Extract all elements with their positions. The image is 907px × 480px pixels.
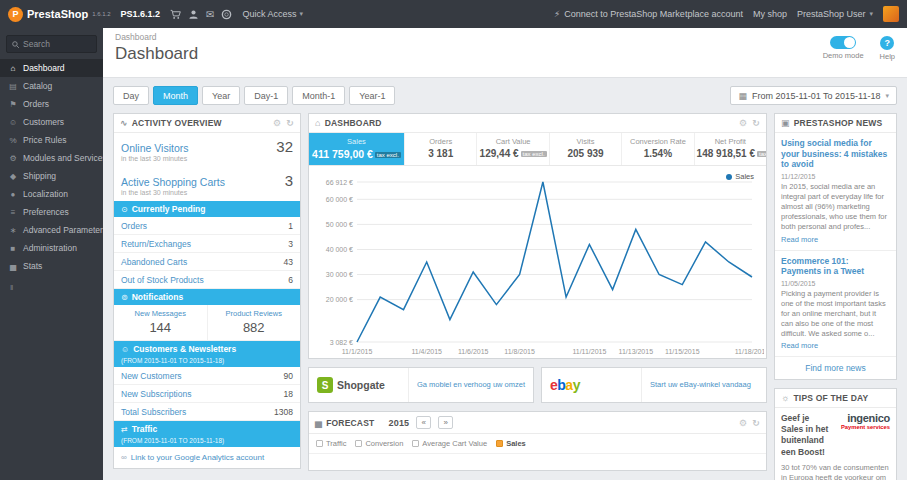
forecast-legend-average-cart-value[interactable]: Average Cart Value <box>412 439 487 448</box>
kpi-visits[interactable]: Visits 205 939 <box>549 133 621 165</box>
forecast-year[interactable]: 2015 <box>388 418 409 428</box>
sidebar-item-dashboard[interactable]: ⌂Dashboard <box>0 59 103 77</box>
sidebar-collapse-button[interactable]: ‖ <box>0 283 103 292</box>
support-icon[interactable] <box>221 9 232 20</box>
ebay-promo[interactable]: ebay Start uw eBay-winkel vandaag <box>541 367 767 403</box>
user-menu[interactable]: PrestaShop User ▾ <box>797 9 873 19</box>
dashboard-panel-title: DASHBOARD <box>325 118 382 128</box>
panel-settings-icon[interactable]: ⚙ <box>739 418 747 428</box>
tips-top: Geef je Sales in het buitenland een Boos… <box>775 408 896 460</box>
caret-down-icon: ▾ <box>299 10 303 18</box>
panel-settings-icon[interactable]: ⚙ <box>739 118 747 128</box>
active-carts-value: 3 <box>285 172 293 189</box>
sidebar-item-price-rules[interactable]: %Price Rules <box>0 131 103 149</box>
sidebar-item-shipping[interactable]: ◆Shipping <box>0 167 103 185</box>
forecast-legend: Traffic Conversion Average Cart Value Sa… <box>309 434 766 454</box>
find-more-news-link[interactable]: Find more news <box>775 357 896 379</box>
panel-refresh-icon[interactable]: ↻ <box>286 118 294 128</box>
sidebar-item-preferences[interactable]: ≡Preferences <box>0 203 103 221</box>
shop-name-link[interactable]: PS1.6.1.2 <box>121 9 161 19</box>
panel-refresh-icon[interactable]: ↻ <box>752 418 760 428</box>
currently-pending-title: Currently Pending <box>132 204 206 214</box>
panel-settings-icon[interactable]: ⚙ <box>273 118 281 128</box>
out-of-stock-link[interactable]: Out of Stock Products <box>121 275 204 285</box>
new-messages-link[interactable]: New Messages <box>116 309 205 318</box>
search-input[interactable] <box>23 39 92 49</box>
quick-access-menu[interactable]: Quick Access ▾ <box>242 9 303 19</box>
sidebar-item-catalog[interactable]: ▤Catalog <box>0 77 103 95</box>
pending-returns-link[interactable]: Return/Exchanges <box>121 239 191 249</box>
filter-year-1-button[interactable]: Year-1 <box>349 86 395 105</box>
filter-day-button[interactable]: Day <box>113 86 149 105</box>
filter-day-1-button[interactable]: Day-1 <box>244 86 288 105</box>
date-range-picker[interactable]: ▦ From 2015-11-01 To 2015-11-18 ▾ <box>730 86 897 105</box>
dashboard-panel: ⌂ DASHBOARD ⚙↻ Sales 411 759,00 €tax exc… <box>308 113 767 359</box>
sidebar-item-orders[interactable]: ⚑Orders <box>0 95 103 113</box>
new-customers-link[interactable]: New Customers <box>121 371 181 381</box>
filter-month-button[interactable]: Month <box>153 86 198 105</box>
kpi-orders[interactable]: Orders 3 181 <box>404 133 476 165</box>
next-year-button[interactable]: » <box>438 416 453 429</box>
product-reviews-cell[interactable]: Product Reviews 882 <box>208 305 301 340</box>
tips-headline: Geef je Sales in het buitenland een Boos… <box>781 413 830 457</box>
kpi-label: Orders <box>407 137 474 146</box>
news-article-title[interactable]: Ecommerce 101: Payments in a Tweet <box>781 256 890 277</box>
plug-icon: ⚡ <box>554 9 560 19</box>
online-visitors-link[interactable]: Online Visitors <box>121 142 189 154</box>
filter-year-button[interactable]: Year <box>202 86 240 105</box>
read-more-link[interactable]: Read more <box>781 341 818 350</box>
forecast-legend-traffic[interactable]: Traffic <box>316 439 346 448</box>
breadcrumb[interactable]: Dashboard <box>115 32 198 42</box>
topbar: P PrestaShop 1.6.1.2 PS1.6.1.2 ✉ Quick A… <box>0 0 907 28</box>
kpi-net-profit[interactable]: Net Profit 148 918,51 €tax excl. <box>694 133 766 165</box>
bell-icon: ⊚ <box>121 293 128 302</box>
my-shop-link[interactable]: My shop <box>753 9 787 19</box>
product-reviews-link[interactable]: Product Reviews <box>210 309 299 318</box>
new-messages-cell[interactable]: New Messages 144 <box>114 305 208 340</box>
marketplace-connect-link[interactable]: ⚡ Connect to PrestaShop Marketplace acco… <box>554 9 743 19</box>
cart-icon[interactable] <box>170 9 181 20</box>
new-subscriptions-link[interactable]: New Subscriptions <box>121 389 191 399</box>
sidebar-item-modules[interactable]: ⚙Modules and Services <box>0 149 103 167</box>
active-carts-link[interactable]: Active Shopping Carts <box>121 176 225 188</box>
sidebar-item-advanced-parameters[interactable]: ∗Advanced Parameters <box>0 221 103 239</box>
ebay-promo-link[interactable]: Start uw eBay-winkel vandaag <box>650 380 751 389</box>
news-article: Using social media for your business: 4 … <box>775 133 896 251</box>
ebay-brand: ebay <box>550 368 642 402</box>
prestashop-logo[interactable]: P PrestaShop 1.6.1.2 <box>8 7 111 22</box>
svg-text:3 082 €: 3 082 € <box>330 339 353 346</box>
kpi-sales[interactable]: Sales 411 759,00 €tax excl. <box>309 133 404 165</box>
sidebar-search[interactable] <box>6 35 97 53</box>
sidebar-item-stats[interactable]: ▅Stats <box>0 257 103 275</box>
customer-icon[interactable] <box>188 9 199 20</box>
filter-month-1-button[interactable]: Month-1 <box>292 86 345 105</box>
abandoned-carts-link[interactable]: Abandoned Carts <box>121 257 187 267</box>
sidebar-item-administration[interactable]: ■Administration <box>0 239 103 257</box>
demo-mode-toggle[interactable] <box>830 36 856 49</box>
active-carts-sub: in the last 30 minutes <box>114 189 300 201</box>
help-icon[interactable]: ? <box>880 36 894 50</box>
news-article-title[interactable]: Using social media for your business: 4 … <box>781 138 890 170</box>
shopgate-promo-link[interactable]: Ga mobiel en verhoog uw omzet <box>417 380 525 389</box>
shopgate-promo[interactable]: S Shopgate Ga mobiel en verhoog uw omzet <box>308 367 534 403</box>
previous-year-button[interactable]: « <box>416 416 431 429</box>
forecast-legend-sales[interactable]: Sales <box>496 439 526 448</box>
pending-orders-link[interactable]: Orders <box>121 221 147 231</box>
main-area: Dashboard Dashboard Demo mode ? Help Day… <box>103 28 907 480</box>
tax-note: tax excl. <box>375 152 401 158</box>
total-subscribers-link[interactable]: Total Subscribers <box>121 407 186 417</box>
avatar[interactable] <box>883 6 899 22</box>
kpi-cart-value[interactable]: Cart Value 129,44 €tax excl. <box>476 133 548 165</box>
forecast-legend-conversion[interactable]: Conversion <box>355 439 403 448</box>
kpi-conversion-rate[interactable]: Conversion Rate 1.54% <box>621 133 693 165</box>
advanced-parameters-icon: ∗ <box>8 226 18 235</box>
mail-icon[interactable]: ✉ <box>206 9 214 20</box>
chart-legend[interactable]: Sales <box>726 172 754 181</box>
forecast-icon: ▅ <box>315 418 322 428</box>
read-more-link[interactable]: Read more <box>781 235 818 244</box>
sidebar-item-localization[interactable]: ●Localization <box>0 185 103 203</box>
chart-legend-label: Sales <box>735 172 754 181</box>
panel-refresh-icon[interactable]: ↻ <box>752 118 760 128</box>
sidebar-item-customers[interactable]: ☺Customers <box>0 113 103 131</box>
google-analytics-link[interactable]: Link to your Google Analytics account <box>131 453 264 462</box>
